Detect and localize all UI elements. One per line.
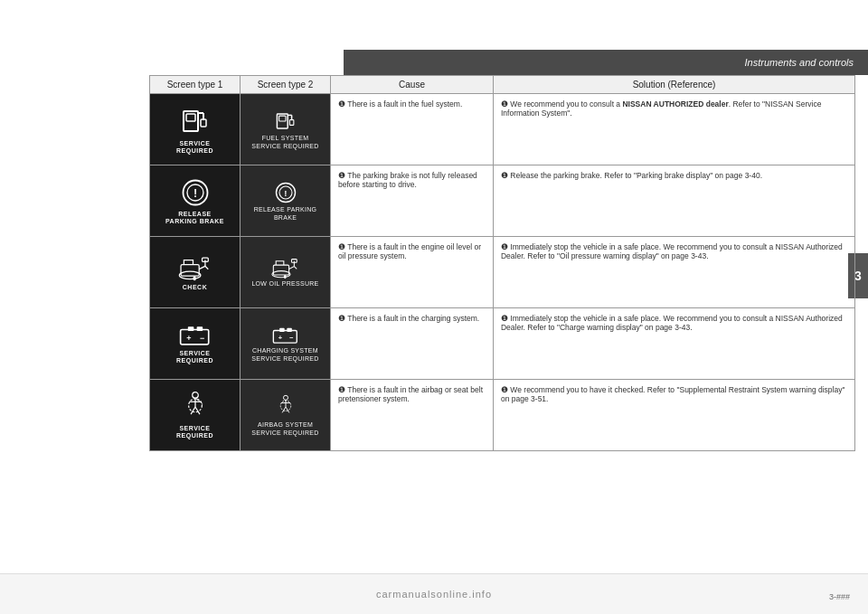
main-table-wrapper: Screen type 1 Screen type 2 Cause Soluti…: [149, 75, 855, 505]
svg-rect-10: [289, 119, 293, 125]
screen1-airbag: SERVICEREQUIRED: [150, 380, 241, 451]
cause-parking: ❶ The parking brake is not fully release…: [331, 165, 494, 237]
cause-airbag: ❶ There is a fault in the airbag or seat…: [331, 380, 494, 451]
svg-point-22: [271, 271, 289, 278]
table-row: SERVICEREQUIRED FUEL SY: [150, 94, 855, 165]
svg-line-41: [195, 407, 200, 414]
svg-line-48: [286, 407, 289, 412]
svg-rect-1: [186, 114, 195, 121]
svg-text:!: !: [284, 187, 287, 197]
oil-label: CHECK: [183, 284, 207, 291]
oil-can-icon: [176, 253, 214, 282]
svg-text:!: !: [193, 186, 196, 199]
svg-text:+: +: [186, 333, 191, 342]
table-row: CHECK: [150, 237, 855, 308]
airbag-icon-s2: [273, 393, 298, 420]
col-header-cause: Cause: [331, 76, 494, 94]
svg-rect-4: [201, 119, 206, 127]
svg-point-21: [193, 276, 195, 280]
screen1-oil: CHECK: [150, 237, 241, 308]
svg-line-43: [195, 398, 203, 404]
screen2-fuel-text: FUEL SYSTEMSERVICE REQUIRED: [251, 134, 318, 150]
table-row: ! RELEASEPARKING BRAKE ! RELE: [150, 165, 855, 237]
screen2-parking: ! RELEASE PARKINGBRAKE: [241, 165, 331, 237]
watermark-area: carmanualsonline.info: [0, 573, 868, 614]
footer-page-number: 3-###: [829, 592, 850, 601]
svg-rect-33: [279, 328, 284, 332]
screen2-parking-text: RELEASE PARKINGBRAKE: [254, 205, 317, 222]
cause-battery: ❶ There is a fault in the charging syste…: [331, 308, 494, 380]
svg-line-47: [282, 407, 286, 412]
screen2-airbag-text: AIRBAG SYSTEMSERVICE REQUIRED: [251, 420, 318, 437]
screen2-battery-text: CHARGING SYSTEMSERVICE REQUIRED: [251, 346, 318, 363]
solution-airbag: ❶ We recommend you to have it checked. R…: [493, 380, 854, 451]
screen1-parking: ! RELEASEPARKING BRAKE: [150, 165, 241, 237]
svg-rect-18: [181, 264, 199, 276]
oil-can-icon-s2: [269, 256, 302, 279]
screen2-fuel: FUEL SYSTEMSERVICE REQUIRED: [241, 94, 331, 165]
table-row: SERVICEREQUIRED: [150, 380, 855, 451]
svg-rect-23: [273, 266, 288, 276]
battery-label: SERVICEREQUIRED: [176, 350, 213, 365]
svg-point-17: [179, 271, 201, 279]
airbag-icon: [179, 391, 212, 423]
screen1-fuel: SERVICEREQUIRED: [150, 94, 241, 165]
solution-oil: ❶ Immediately stop the vehicle in a safe…: [493, 237, 854, 308]
fuel-label: SERVICEREQUIRED: [176, 140, 213, 156]
fuel-pump-icon: [178, 104, 212, 138]
watermark-text: carmanualsonline.info: [376, 589, 492, 600]
screen2-airbag: AIRBAG SYSTEMSERVICE REQUIRED: [241, 380, 331, 451]
parking-label: RELEASEPARKING BRAKE: [165, 211, 224, 226]
svg-rect-28: [187, 326, 193, 331]
col-header-solution: Solution (Reference): [493, 76, 854, 94]
fuel-pump-icon-s2: [272, 109, 299, 134]
table-row: + − SERVICEREQUIRED +: [150, 308, 855, 380]
screen2-battery: + − CHARGING SYSTEMSERVICE REQUIRED: [241, 308, 331, 380]
left-margin: [0, 0, 149, 614]
page-number: 3-###: [829, 592, 850, 601]
svg-rect-34: [287, 328, 291, 332]
svg-rect-7: [278, 116, 285, 121]
svg-point-44: [283, 395, 288, 400]
cause-fuel: ❶ There is a fault in the fuel system.: [331, 94, 494, 165]
svg-text:+: +: [278, 334, 282, 342]
screen2-oil: LOW OIL PRESSURE: [241, 237, 331, 308]
solution-parking: ❶ Release the parking brake. Refer to "P…: [493, 165, 854, 237]
solution-fuel: ❶ We recommend you to consult a NISSAN A…: [493, 94, 854, 165]
screen1-battery: + − SERVICEREQUIRED: [150, 308, 241, 380]
svg-line-40: [191, 407, 195, 414]
airbag-label: SERVICEREQUIRED: [176, 425, 213, 440]
warning-table: Screen type 1 Screen type 2 Cause Soluti…: [149, 75, 855, 451]
parking-brake-icon: !: [179, 176, 212, 209]
header-title: Instruments and controls: [745, 57, 854, 68]
solution-battery: ❶ Immediately stop the vehicle in a safe…: [493, 308, 854, 380]
screen2-oil-text: LOW OIL PRESSURE: [251, 279, 318, 288]
svg-point-37: [192, 392, 198, 398]
cause-oil: ❶ There is a fault in the engine oil lev…: [331, 237, 494, 308]
svg-text:−: −: [199, 333, 203, 342]
battery-icon-s2: + −: [272, 325, 299, 346]
parking-brake-icon-s2: !: [273, 180, 298, 205]
page-container: Instruments and controls 3 Screen type 1…: [0, 0, 868, 614]
col-header-screen1: Screen type 1: [150, 76, 241, 94]
battery-icon: + −: [179, 323, 212, 348]
svg-rect-29: [196, 326, 203, 331]
chapter-number: 3: [854, 269, 862, 283]
svg-text:−: −: [289, 334, 294, 342]
header-bar: Instruments and controls: [344, 50, 868, 75]
svg-point-26: [283, 275, 286, 279]
col-header-screen2: Screen type 2: [241, 76, 331, 94]
